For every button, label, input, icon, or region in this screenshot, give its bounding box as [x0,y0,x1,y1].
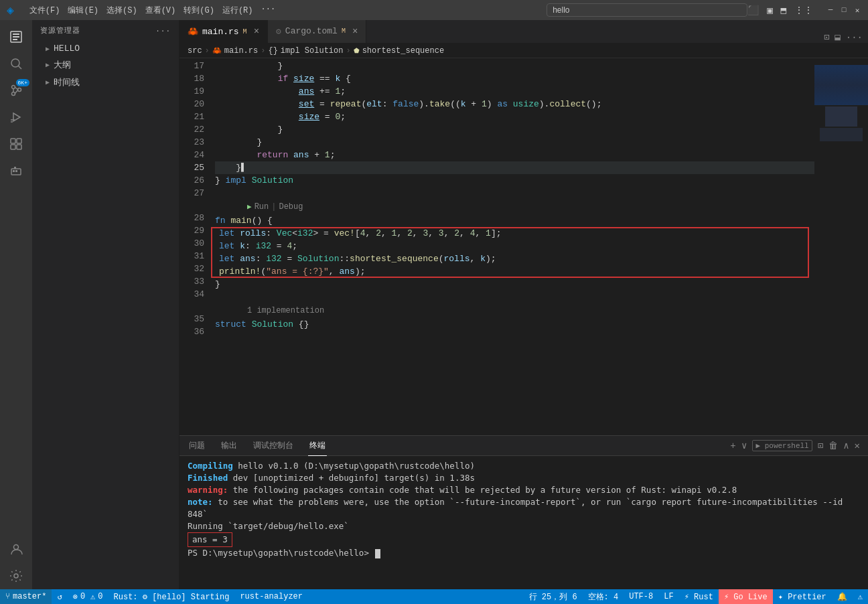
svg-point-7 [12,92,15,96]
svg-rect-22 [14,167,16,169]
activity-source-control[interactable]: 6K+ [3,77,29,104]
menu-edit[interactable]: 编辑(E) [68,5,98,16]
source-control-badge: 6K+ [16,79,29,86]
terminal-run-button[interactable]: ▶ powershell [752,440,812,451]
breadcrumb-fn-icon: ⬟ [354,47,360,55]
arrow-icon-timeline: ▶ [46,78,50,86]
tab-close-main-rs[interactable]: × [254,26,259,37]
svg-line-10 [15,87,18,90]
status-rust-analyzer[interactable]: rust-analyzer [234,589,308,604]
prettier-label: ✦ Prettier [778,592,826,602]
status-position[interactable]: 行 25，列 6 [524,589,583,604]
breadcrumb-src[interactable]: src [188,46,202,56]
line-ending-label: LF [664,592,673,601]
code-line-36 [215,331,814,344]
terminal-line-running: Running `target/debug/hello.exe` [188,520,860,532]
minimize-button[interactable]: ─ [826,6,835,14]
breadcrumb-function[interactable]: shortest_sequence [362,46,444,56]
status-rust-status[interactable]: Rust: ⚙ [hello] Starting [108,589,235,604]
tab-main-rs[interactable]: 🦀 main.rs M × [179,20,268,43]
warnings-icon: ⚠ [90,592,95,602]
add-terminal-button[interactable]: + ∨ [730,440,747,451]
status-language[interactable]: ⚡ Rust [679,589,719,604]
code-content[interactable]: } if size == k { ans += 1; set = repeat(… [210,58,814,435]
status-spaces[interactable]: 空格: 4 [583,589,624,604]
tab-bar: 🦀 main.rs M × ⚙ Cargo.toml M × ⊡ ⬓ ··· [179,20,868,44]
menu-run[interactable]: 运行(R) [222,5,253,16]
run-debug-hint[interactable]: ▶ Run | Debug [247,200,814,214]
panel-tab-terminal[interactable]: 终端 [308,436,327,456]
terminal-split-button[interactable]: ⊡ [818,440,823,451]
code-line-35: struct Solution {} [215,318,814,331]
menu-goto[interactable]: 转到(G) [184,5,214,16]
activity-extensions[interactable] [3,131,29,157]
terminal-line-ans: ans = 3 [188,532,860,547]
impl-hint: 1 implementation [215,303,814,318]
status-notifications[interactable]: 🔔 [832,589,853,604]
sidebar-more-icon[interactable]: ··· [155,27,171,35]
debug-label[interactable]: Debug [279,201,303,213]
menu-file[interactable]: 文件(F) [29,5,60,16]
breadcrumb-impl-icon: {} [268,46,277,56]
menu-more[interactable]: ··· [261,5,276,16]
code-line-33: } [215,278,814,291]
status-sync[interactable]: ↺ [52,589,67,604]
status-go-live[interactable]: ⚡ Go Live [719,589,773,604]
close-button[interactable]: ✕ [853,6,861,14]
breadcrumb-impl-solution[interactable]: impl Solution [281,46,344,56]
search-input[interactable] [547,3,747,17]
activity-docker[interactable] [3,157,29,184]
terminal-line-finished: Finished dev [unoptimized + debuginfo] t… [188,472,860,484]
activity-account[interactable] [3,536,29,562]
encoding-label: UTF-8 [629,592,653,601]
sidebar: 资源管理器 ··· ▶ HELLO ▶ 大纲 ▶ 时间线 [32,20,179,589]
terminal-maximize-button[interactable]: ∧ [843,440,849,451]
arrow-icon-outline: ▶ [46,61,50,69]
tab-cargo-toml[interactable]: ⚙ Cargo.toml M × [268,20,366,43]
status-alert[interactable]: ⚠ [853,589,868,604]
activity-explorer[interactable] [3,23,29,50]
menu-view[interactable]: 查看(V) [145,5,176,16]
rust-status-label: Rust: ⚙ [hello] Starting [114,592,230,602]
terminal-close-button[interactable]: ✕ [855,440,860,451]
breadcrumb-main-rs[interactable]: main.rs [224,46,258,56]
status-errors[interactable]: ⊗ 0 ⚠ 0 [68,589,108,604]
branch-name: master* [13,592,46,601]
run-label[interactable]: Run [255,201,269,213]
activity-settings[interactable] [3,562,29,589]
menu-select[interactable]: 选择(S) [106,5,137,16]
sidebar-item-outline[interactable]: ▶ 大纲 [32,56,179,74]
code-line-27 [215,187,814,200]
svg-line-11 [15,90,18,94]
more-actions-icon[interactable]: ··· [846,32,863,43]
terminal-kill-button[interactable]: 🗑 [828,441,838,451]
status-encoding[interactable]: UTF-8 [624,589,658,604]
status-line-ending[interactable]: LF [658,589,678,604]
status-prettier[interactable]: ✦ Prettier [773,589,832,604]
layout-icon[interactable]: ⬛ [747,5,759,16]
activity-search[interactable] [3,50,29,77]
status-branch[interactable]: ⑂ master* [0,589,52,604]
activity-run[interactable] [3,104,29,131]
maximize-button[interactable]: □ [840,6,848,14]
split-icon[interactable]: ▣ [767,5,772,16]
panel-tab-problems[interactable]: 问题 [188,436,206,456]
sidebar-item-timeline[interactable]: ▶ 时间线 [32,74,179,91]
customize-icon[interactable]: ⋮⋮ [794,5,813,16]
titlebar-menu: 文件(F) 编辑(E) 选择(S) 查看(V) 转到(G) 运行(R) ··· [29,5,275,16]
sidebar-item-hello[interactable]: ▶ HELLO [32,41,179,56]
code-editor: 17 18 19 20 21 22 23 24 25 26 27 28 29 3… [179,58,868,435]
code-line-26: } impl Solution [215,174,814,187]
rust-file-icon: 🦀 [188,26,198,37]
terminal[interactable]: Compiling hello v0.1.0 (D:\mysetup\gopat… [179,456,868,589]
minimap[interactable] [814,58,868,435]
toggle-panel-icon[interactable]: ⬓ [835,31,840,43]
breadcrumb-sep-2: › [261,46,265,56]
panel-tab-debug-console[interactable]: 调试控制台 [252,436,295,456]
panel-tab-output[interactable]: 输出 [220,436,238,456]
panel-icon[interactable]: ⬒ [781,5,786,16]
split-editor-icon[interactable]: ⊡ [824,31,829,43]
tab-close-cargo-toml[interactable]: × [352,26,358,37]
terminal-line-prompt: PS D:\mysetup\gopath\rustcode\hello> [188,547,860,559]
position-label: 行 25，列 6 [529,591,577,603]
